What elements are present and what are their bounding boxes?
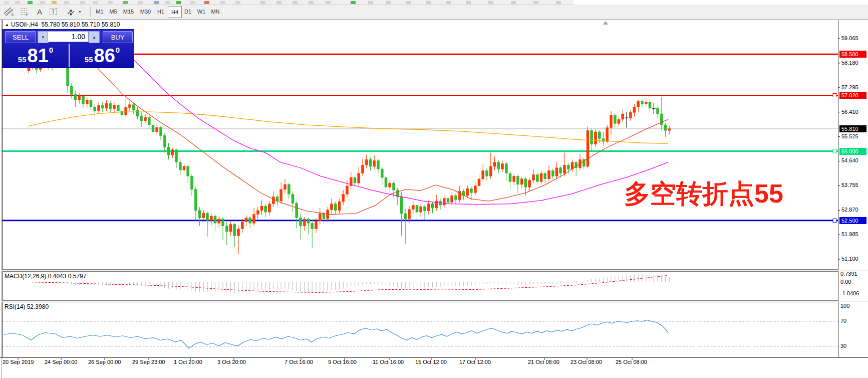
hline-handle[interactable] bbox=[833, 93, 836, 97]
candle-body bbox=[225, 226, 228, 232]
candle-body bbox=[668, 129, 671, 130]
toolbar-icon-fragment bbox=[511, 1, 516, 4]
toolbar-icon-fragment bbox=[28, 1, 33, 4]
candle-body bbox=[86, 100, 88, 104]
candle-body bbox=[536, 175, 538, 182]
candle-body bbox=[331, 204, 333, 210]
toolbar-separator bbox=[222, 6, 224, 17]
candle-body bbox=[548, 170, 550, 179]
macd-indicator-label: MACD(12,26,9) 0.4043 0.5797 bbox=[5, 273, 86, 280]
timeframe-button-m15[interactable]: M15 bbox=[120, 6, 137, 17]
candle-body bbox=[524, 179, 527, 187]
candle-body bbox=[74, 94, 77, 100]
text-icon[interactable]: A bbox=[34, 6, 46, 18]
candle-body bbox=[373, 160, 376, 166]
text-label-icon[interactable]: T bbox=[47, 6, 59, 18]
toolbar-icon-fragment bbox=[165, 1, 170, 4]
timeframe-button-m1[interactable]: M1 bbox=[93, 6, 106, 17]
arrow-tools-icon[interactable]: ▼ bbox=[63, 6, 84, 18]
timeframe-button-d1[interactable]: D1 bbox=[181, 6, 194, 17]
candle-body bbox=[156, 127, 158, 132]
price-axis-label: 55.525 bbox=[841, 133, 858, 139]
candle-body bbox=[105, 104, 108, 108]
macd-scale-label: -1.0406 bbox=[840, 290, 859, 296]
price-axis-badge: 57.020 bbox=[839, 92, 866, 99]
candle-body bbox=[509, 173, 511, 182]
dropdown-caret-icon[interactable]: ▼ bbox=[78, 10, 82, 14]
candle-body bbox=[447, 199, 449, 203]
candle-body bbox=[614, 115, 616, 124]
date-axis-label: 17 Oct 12:00 bbox=[459, 359, 491, 365]
candle-body bbox=[140, 116, 143, 121]
candle-body bbox=[544, 173, 546, 179]
candle-body bbox=[292, 194, 294, 203]
candle-body bbox=[280, 190, 282, 201]
candle-body bbox=[272, 197, 274, 204]
candle-body bbox=[284, 184, 286, 190]
volume-increase-button[interactable]: ▲ bbox=[89, 31, 100, 43]
toolbar-icon-fragment bbox=[351, 1, 356, 4]
fibonacci-retracement-icon[interactable]: F bbox=[18, 6, 31, 18]
timeframe-button-h1[interactable]: H1 bbox=[154, 6, 167, 17]
hline-handle[interactable] bbox=[833, 219, 836, 222]
chart-shift-marker-icon bbox=[603, 21, 608, 25]
hline-handle[interactable] bbox=[833, 149, 836, 153]
candle-body bbox=[171, 150, 174, 155]
candle-body bbox=[241, 222, 243, 229]
sell-button[interactable]: SELL bbox=[5, 31, 36, 43]
toolbar-icon-fragment bbox=[556, 1, 561, 4]
volume-decrease-button[interactable]: ▼ bbox=[38, 31, 49, 43]
price-axis-label: 58.180 bbox=[841, 60, 858, 66]
buy-price-pip-digit: 0 bbox=[116, 46, 120, 54]
candle-body bbox=[637, 101, 640, 107]
rsi-scale-label: 70 bbox=[840, 318, 846, 324]
date-axis-label: 29 Sep 23:00 bbox=[132, 359, 165, 365]
chart-text-annotation[interactable]: 多空转折点55 bbox=[624, 176, 783, 212]
candle-body bbox=[591, 130, 593, 144]
svg-text:F: F bbox=[26, 13, 28, 17]
candle-body bbox=[540, 173, 542, 182]
collapse-arrow-icon[interactable]: ▲ bbox=[5, 23, 9, 27]
candle-body bbox=[319, 214, 321, 221]
toolbar-icon-fragment bbox=[235, 1, 240, 4]
candle-body bbox=[218, 219, 220, 223]
equidistant-channel-icon[interactable]: E bbox=[2, 6, 17, 18]
timeframe-button-m30[interactable]: M30 bbox=[137, 6, 154, 17]
buy-price-small-digits: 55 bbox=[85, 55, 93, 64]
candle-body bbox=[198, 211, 201, 218]
buy-price-display[interactable]: 55 86 0 bbox=[69, 44, 135, 67]
candle-body bbox=[260, 206, 263, 211]
candle-body bbox=[393, 183, 395, 190]
candle-body bbox=[175, 150, 178, 162]
buy-button[interactable]: BUY bbox=[103, 31, 133, 43]
timeframe-button-w1[interactable]: W1 bbox=[195, 6, 208, 17]
candle-body bbox=[551, 170, 554, 176]
timeframe-button-mn[interactable]: MN bbox=[208, 6, 222, 17]
toolbar-icon-fragment bbox=[533, 1, 538, 4]
candle-body bbox=[520, 179, 523, 184]
candle-body bbox=[152, 125, 154, 132]
toolbar-icon-fragment bbox=[4, 1, 9, 4]
toolbar-icon-fragment bbox=[80, 1, 85, 4]
candle-body bbox=[125, 107, 127, 115]
candle-body bbox=[233, 224, 236, 236]
date-axis-label: 11 Oct 16:00 bbox=[373, 359, 404, 365]
timeframe-button-h4[interactable]: H4 bbox=[168, 6, 182, 18]
candle-body bbox=[109, 104, 112, 109]
ohlc-quote-label: 55.780 55.810 55.710 55.810 bbox=[42, 21, 120, 28]
candle-body bbox=[129, 105, 131, 108]
date-axis-label: 15 Oct 12:00 bbox=[415, 359, 447, 365]
macd-scale-label: 0.00 bbox=[840, 279, 851, 285]
volume-input[interactable] bbox=[48, 31, 89, 42]
candle-body bbox=[470, 188, 473, 193]
candle-body bbox=[660, 114, 663, 125]
sell-price-small-digits: 55 bbox=[18, 55, 27, 64]
candle-body bbox=[622, 114, 624, 119]
date-axis-label: 1 Oct 20:00 bbox=[174, 359, 202, 365]
candle-body bbox=[649, 102, 651, 108]
timeframe-button-m5[interactable]: M5 bbox=[107, 6, 120, 17]
candle-body bbox=[229, 224, 232, 231]
toolbar-icon-fragment bbox=[154, 1, 159, 4]
rsi-scale-label: 30 bbox=[840, 343, 846, 349]
sell-price-display[interactable]: 55 81 0 bbox=[3, 44, 68, 67]
